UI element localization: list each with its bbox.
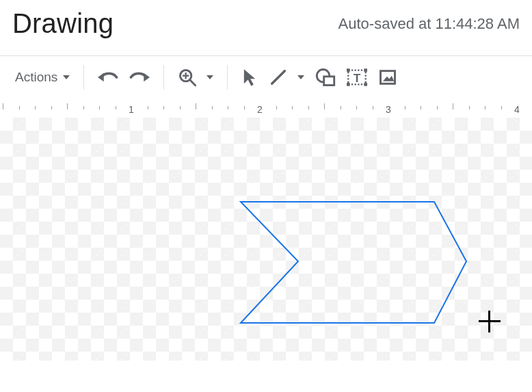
line-icon bbox=[269, 68, 288, 87]
svg-marker-6 bbox=[244, 69, 255, 86]
redo-button[interactable] bbox=[124, 63, 155, 92]
zoom-dropdown-button[interactable] bbox=[202, 63, 219, 92]
cursor-icon bbox=[241, 68, 258, 87]
line-tool-button[interactable] bbox=[263, 63, 293, 92]
zoom-in-icon bbox=[178, 68, 197, 87]
svg-line-7 bbox=[272, 71, 285, 84]
ruler-label: 1 bbox=[129, 104, 134, 115]
ruler-label: 3 bbox=[386, 104, 391, 115]
dialog-title: Drawing bbox=[12, 8, 114, 39]
crosshair-cursor-icon bbox=[479, 311, 501, 332]
drawing-canvas[interactable] bbox=[0, 118, 532, 361]
svg-marker-0 bbox=[98, 73, 104, 82]
toolbar-separator bbox=[227, 65, 228, 90]
svg-rect-12 bbox=[364, 68, 368, 72]
svg-line-3 bbox=[190, 80, 196, 86]
svg-rect-9 bbox=[324, 77, 334, 86]
svg-marker-17 bbox=[383, 76, 394, 81]
actions-label: Actions bbox=[15, 70, 60, 85]
chevron-shape[interactable] bbox=[0, 118, 532, 361]
ruler-label: 4 bbox=[514, 104, 520, 115]
svg-rect-14 bbox=[364, 83, 368, 86]
toolbar: Actions bbox=[0, 56, 532, 99]
undo-icon bbox=[98, 69, 118, 86]
svg-rect-11 bbox=[347, 68, 350, 72]
select-tool-button[interactable] bbox=[236, 63, 263, 92]
line-dropdown-button[interactable] bbox=[293, 63, 310, 92]
toolbar-separator bbox=[83, 65, 84, 90]
caret-down-icon bbox=[297, 75, 304, 79]
toolbar-separator bbox=[163, 65, 164, 90]
caret-down-icon bbox=[207, 75, 213, 79]
zoom-button[interactable] bbox=[172, 63, 202, 92]
redo-icon bbox=[129, 69, 150, 86]
ruler-label: 2 bbox=[257, 104, 263, 115]
svg-text:T: T bbox=[354, 71, 361, 85]
actions-menu-button[interactable]: Actions bbox=[10, 63, 75, 92]
image-icon bbox=[378, 68, 397, 87]
undo-button[interactable] bbox=[92, 63, 124, 92]
caret-down-icon bbox=[63, 75, 70, 79]
autosave-status: Auto-saved at 11:44:28 AM bbox=[338, 15, 520, 33]
svg-marker-18 bbox=[241, 202, 466, 323]
svg-marker-1 bbox=[144, 73, 150, 82]
svg-rect-13 bbox=[347, 83, 350, 86]
textbox-tool-button[interactable]: T bbox=[341, 63, 373, 92]
image-tool-button[interactable] bbox=[373, 63, 403, 92]
dialog-header: Drawing Auto-saved at 11:44:28 AM bbox=[0, 0, 532, 55]
shape-tool-button[interactable] bbox=[310, 63, 341, 92]
shape-icon bbox=[315, 68, 336, 87]
textbox-icon: T bbox=[347, 68, 367, 87]
horizontal-ruler: 1234 bbox=[0, 99, 532, 118]
